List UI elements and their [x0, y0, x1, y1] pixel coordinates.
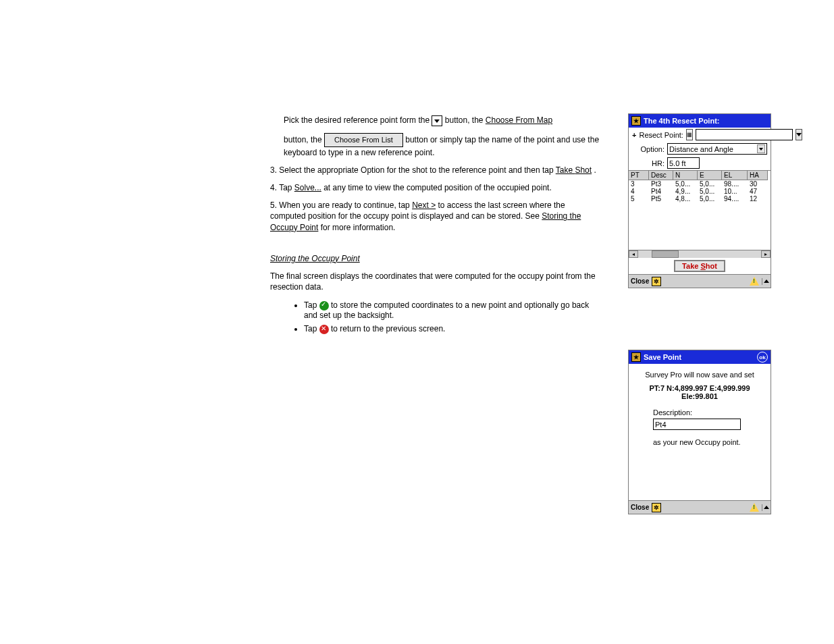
cell-el: 10...	[722, 188, 748, 195]
cell-ha: 12	[748, 195, 768, 203]
close-bar: Close ✲	[629, 500, 771, 514]
doc-text: Tap	[304, 324, 319, 333]
client-area: Survey Pro will now save and set PT:7 N:…	[629, 364, 771, 500]
save-coords: PT:7 N:4,899.997 E:4,999.999 Ele:99.801	[634, 384, 765, 400]
close-label[interactable]: Close	[631, 277, 649, 285]
close-icon[interactable]: ✲	[652, 503, 661, 512]
table-row[interactable]: 4Pt44,9...5,0...10...47	[629, 188, 771, 195]
option-label: Option:	[632, 145, 664, 153]
scroll-right-icon[interactable]: ▸	[761, 250, 771, 258]
doc-paragraph: Pick the desired reference point form th…	[284, 115, 601, 126]
coords-line1: PT:7 N:4,899.997 E:4,999.999	[649, 384, 750, 392]
close-label[interactable]: Close	[631, 504, 649, 511]
titlebar: ★ Save Point ok	[629, 350, 771, 364]
doc-paragraph: button, the Choose From List button or s…	[284, 133, 601, 158]
points-grid: PT Desc N E EL HA 3Pt35,0...5,0...98....…	[629, 170, 771, 258]
save-message: Survey Pro will now save and set	[634, 371, 765, 379]
cell-pt: 4	[629, 188, 649, 195]
as-new-occupy-text: as your new Occupy point.	[653, 438, 765, 446]
cell-e: 5,0...	[698, 180, 722, 188]
doc-text: Take	[556, 165, 575, 175]
close-icon[interactable]: ✲	[652, 277, 661, 286]
doc-step3: 3. Select the appropriate Option for the…	[270, 165, 601, 176]
resect-point-window: ★ The 4th Resect Point: + Resect Point: …	[628, 113, 771, 288]
doc-text: Pick the desired reference point form th…	[284, 115, 432, 125]
close-bar: Close ✲	[629, 274, 771, 288]
doc-text: for more information.	[321, 223, 396, 232]
scroll-track[interactable]	[679, 250, 761, 258]
doc-step5: 5. When you are ready to continue, tap N…	[270, 200, 601, 233]
window-title: Save Point	[644, 353, 754, 361]
chevron-down-icon	[432, 115, 442, 126]
warning-icon[interactable]	[750, 503, 759, 512]
option-row: Option: Distance and Angle	[629, 142, 771, 156]
scroll-thumb[interactable]	[652, 250, 679, 258]
window-title: The 4th Resect Point:	[644, 117, 768, 125]
doc-text: Shot	[575, 165, 592, 175]
button-row: Take Shot	[629, 258, 771, 274]
doc-text: at any time to view the computed positio…	[323, 183, 552, 192]
grid-body: 3Pt35,0...5,0...98....304Pt44,9...5,0...…	[629, 180, 771, 203]
ok-button[interactable]: ok	[757, 352, 768, 363]
cell-e: 5,0...	[698, 188, 722, 195]
description-label: Description:	[653, 408, 765, 417]
map-pick-button[interactable]: ▦	[686, 129, 693, 140]
take-shot-accel: S	[700, 262, 705, 270]
cell-n: 4,9...	[673, 188, 698, 195]
resect-point-dropdown[interactable]	[796, 129, 802, 140]
scroll-left-icon[interactable]: ◂	[629, 250, 638, 258]
doc-text: 5. When you are ready to continue, tap	[270, 200, 412, 210]
doc-text: Tap	[304, 300, 319, 310]
resect-point-row: + Resect Point: ▦	[629, 128, 771, 142]
cell-desc: Pt5	[649, 195, 673, 203]
titlebar: ★ The 4th Resect Point:	[629, 114, 771, 128]
doc-step4: 4. Tap Solve... at any time to view the …	[270, 182, 601, 193]
doc-text: .	[594, 165, 596, 175]
save-point-window: ★ Save Point ok Survey Pro will now save…	[628, 350, 771, 514]
cell-desc: Pt3	[649, 180, 673, 188]
doc-paragraph: The final screen displays the coordinate…	[270, 271, 601, 292]
doc-text: to return to the previous screen.	[331, 324, 445, 333]
col-e: E	[698, 171, 722, 180]
hr-row: HR:	[629, 156, 771, 170]
table-row[interactable]: 5Pt54,8...5,0...94....12	[629, 195, 771, 203]
col-desc: Desc	[649, 171, 673, 180]
cell-pt: 5	[629, 195, 649, 203]
doc-bullet-cancel: Tap to return to the previous screen.	[304, 324, 601, 334]
client-area: + Resect Point: ▦ Option: Distance and A…	[629, 128, 771, 274]
horizontal-scrollbar[interactable]: ◂ ▸	[629, 250, 771, 258]
take-shot-button[interactable]: Take Shot	[674, 260, 725, 272]
cell-n: 4,8...	[673, 195, 698, 203]
resect-point-input[interactable]	[696, 129, 793, 140]
app-icon: ★	[631, 116, 641, 126]
hr-input[interactable]	[667, 157, 700, 169]
doc-text: to store the computed coordinates to a n…	[304, 300, 589, 320]
doc-link-next: Next >	[412, 200, 436, 210]
doc-text: button, the	[445, 115, 486, 125]
col-el: EL	[722, 171, 748, 180]
cell-e: 5,0...	[698, 195, 722, 203]
table-row[interactable]: 3Pt35,0...5,0...98....30	[629, 180, 771, 188]
cell-el: 94....	[722, 195, 748, 203]
take-shot-text: hot	[706, 262, 717, 270]
sip-up-icon[interactable]	[762, 504, 768, 511]
cell-ha: 30	[748, 180, 768, 188]
description-input[interactable]	[653, 419, 741, 430]
doc-link-choose-map: Choose From Map	[486, 115, 552, 125]
doc-link-solve: Solve...	[294, 183, 321, 192]
chevron-down-icon	[757, 144, 765, 153]
hr-label: HR:	[632, 159, 664, 167]
instruction-text: Pick the desired reference point form th…	[88, 115, 601, 342]
cell-pt: 3	[629, 180, 649, 188]
warning-icon[interactable]	[750, 277, 759, 286]
cell-desc: Pt4	[649, 188, 673, 195]
plus-icon[interactable]: +	[632, 131, 636, 139]
cell-el: 98....	[722, 180, 748, 188]
doc-text: 4. Tap	[270, 183, 294, 192]
option-combo[interactable]: Distance and Angle	[667, 143, 767, 155]
cell-n: 5,0...	[673, 180, 698, 188]
ok-icon	[319, 301, 329, 311]
doc-bullet-ok: Tap to store the computed coordinates to…	[304, 300, 601, 320]
sip-up-icon[interactable]	[762, 278, 768, 285]
col-pt: PT	[629, 171, 649, 180]
